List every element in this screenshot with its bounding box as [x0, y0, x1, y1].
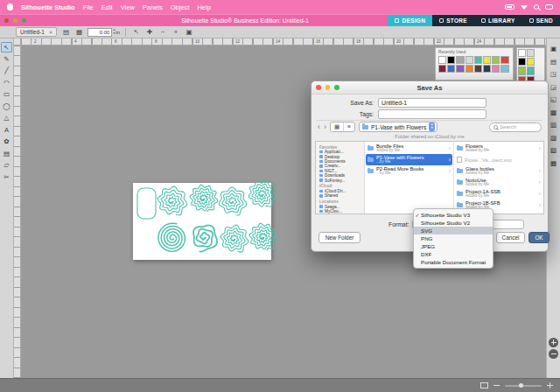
color-swatch[interactable] — [527, 66, 535, 74]
color-swatch[interactable] — [456, 65, 464, 73]
scallop-shape[interactable] — [248, 181, 276, 207]
menubar-item-edit[interactable]: Edit — [102, 4, 113, 11]
file-row-p1-vase-with-flowers[interactable]: P1-Vase with Flowers...by Me› — [366, 154, 452, 165]
menubar-item-object[interactable]: Object — [171, 4, 190, 11]
file-row-p2-read-more-books[interactable]: P2-Read More Books...by Me› — [366, 165, 452, 177]
zoom-in-button[interactable] — [549, 338, 558, 347]
tab-send[interactable]: SEND — [522, 15, 560, 26]
scallop-shape[interactable] — [219, 187, 246, 215]
window-close-button[interactable] — [4, 18, 9, 23]
window-zoom-button[interactable] — [22, 18, 26, 23]
curve-tool[interactable]: ◠ — [1, 78, 12, 88]
scallop-shape[interactable] — [190, 185, 218, 212]
layers-panel-button[interactable]: ▦ — [548, 158, 559, 169]
close-tab-icon[interactable]: ✕ — [49, 30, 53, 35]
point-editing-tool[interactable]: ✎ — [1, 54, 12, 65]
window-minimize-button[interactable] — [13, 18, 18, 23]
file-row-flowers[interactable]: FlowersAdded by Me› — [455, 143, 542, 154]
menubar-app-name[interactable]: Silhouette Studio — [21, 4, 75, 11]
fit-page-button[interactable]: ▣ — [184, 27, 194, 37]
text-style-panel-button[interactable]: ▨ — [548, 133, 559, 144]
menubar-item-view[interactable]: View — [121, 4, 135, 11]
new-folder-button[interactable]: New Folder — [318, 232, 360, 243]
save-document-button[interactable]: ▦ — [74, 27, 84, 37]
color-swatch[interactable] — [518, 58, 526, 66]
color-swatch[interactable] — [438, 65, 446, 73]
back-button[interactable]: ‹ — [318, 122, 320, 131]
control-center-icon[interactable] — [545, 4, 553, 10]
color-swatch[interactable] — [447, 65, 455, 73]
color-swatch[interactable] — [483, 65, 491, 73]
color-swatch[interactable] — [527, 49, 535, 57]
folder-popup[interactable]: P1-Vase with Flowers ▴ ▾ — [359, 122, 438, 132]
rectangle-tool[interactable]: ▭ — [1, 89, 12, 100]
format-option-silhouette-studio-v2[interactable]: Silhouette Studio V2 — [414, 219, 493, 227]
search-icon[interactable] — [534, 4, 539, 10]
fill-panel-button[interactable]: ▩ — [548, 108, 559, 118]
color-swatch[interactable] — [492, 65, 500, 73]
sidebar-item-myclou[interactable]: MyClou... — [319, 209, 364, 214]
sidebar-item-sofontsy[interactable]: SoFontsy... — [319, 178, 364, 182]
color-swatch[interactable] — [518, 66, 526, 74]
filename-input[interactable] — [378, 98, 486, 108]
select-tool[interactable]: ↖ — [1, 42, 12, 52]
color-swatch[interactable] — [438, 56, 446, 64]
format-option-jpeg[interactable]: JPEG — [414, 242, 493, 250]
spiral-shape[interactable] — [158, 223, 185, 251]
tab-library[interactable]: LIBRARY — [474, 15, 522, 26]
color-swatch[interactable] — [474, 65, 482, 73]
color-swatch[interactable] — [492, 56, 500, 64]
search-field[interactable] — [489, 122, 542, 132]
apple-menu-icon[interactable] — [7, 4, 13, 10]
pixscan-panel-button[interactable]: ▣ — [548, 44, 559, 54]
open-document-button[interactable]: ▤ — [60, 27, 71, 37]
color-swatch[interactable] — [500, 56, 508, 64]
format-option-silhouette-studio-v3[interactable]: ✓Silhouette Studio V3 — [414, 211, 493, 219]
stepper-icon[interactable]: ▴ ▾ — [113, 29, 115, 35]
icon-view-button[interactable]: ▦ — [331, 122, 344, 131]
design-artboard[interactable] — [133, 183, 271, 260]
zoom-slider[interactable] — [505, 385, 542, 387]
color-swatch[interactable] — [466, 65, 473, 73]
file-row-nottouse[interactable]: NottoUseAdded by Me› — [455, 177, 542, 188]
pan-button[interactable]: ✚ — [144, 27, 155, 37]
menubar-item-panels[interactable]: Panels — [143, 4, 163, 11]
zoom-out-icon[interactable] — [494, 385, 500, 387]
note-tool[interactable]: ▤ — [1, 149, 12, 159]
scallop-shape[interactable] — [220, 225, 248, 252]
file-row-glass-bottles[interactable]: Glass bottlesAdded by Me› — [455, 165, 542, 177]
format-option-portable-document-format[interactable]: Portable Document Format — [414, 258, 493, 266]
color-swatch[interactable] — [500, 65, 508, 73]
file-row-bundle-files[interactable]: Bundle FilesAdded by Me› — [366, 143, 452, 154]
document-tab[interactable]: Untitled-1 ✕ — [16, 27, 57, 37]
zoom-in-icon[interactable] — [547, 382, 553, 388]
battery-icon[interactable] — [505, 4, 514, 10]
tab-design[interactable]: DESIGN — [388, 15, 432, 26]
polygon-tool[interactable]: △ — [1, 113, 12, 123]
tags-input[interactable] — [378, 109, 486, 119]
format-option-dxf[interactable]: DXF — [414, 250, 493, 258]
search-input[interactable] — [500, 124, 535, 130]
format-option-svg[interactable]: SVG — [414, 227, 493, 234]
color-swatch[interactable] — [474, 56, 482, 64]
menubar-item-help[interactable]: Help — [197, 4, 210, 11]
effects-panel-button[interactable]: ▧ — [548, 145, 559, 156]
forward-button[interactable]: › — [324, 122, 326, 131]
offset-panel-button[interactable]: ◱ — [548, 94, 559, 105]
zoom-out-button[interactable]: − — [158, 27, 168, 37]
ellipse-tool[interactable]: ◯ — [1, 102, 12, 112]
file-row-project-1a-ssb[interactable]: Project-1A-SSBAdded by Me› — [455, 188, 542, 200]
line-style-panel-button[interactable]: ▥ — [548, 120, 559, 130]
text-tool[interactable]: A — [1, 125, 12, 136]
color-swatch[interactable] — [456, 56, 464, 64]
file-row-flowe-va-oject-svg[interactable]: Flowe...Va...oject.svg — [455, 154, 542, 165]
scallop-shape[interactable] — [249, 223, 277, 250]
ok-button[interactable]: OK — [528, 232, 550, 243]
knife-tool[interactable]: ✂ — [1, 172, 12, 183]
line-tool[interactable]: ╱ — [1, 66, 12, 76]
color-swatch[interactable] — [447, 56, 455, 64]
dialog-titlebar[interactable]: Save As — [312, 81, 548, 94]
scale-panel-button[interactable]: ◲ — [548, 82, 559, 93]
zoom-out-button[interactable] — [549, 349, 558, 359]
color-swatch[interactable] — [466, 56, 473, 64]
